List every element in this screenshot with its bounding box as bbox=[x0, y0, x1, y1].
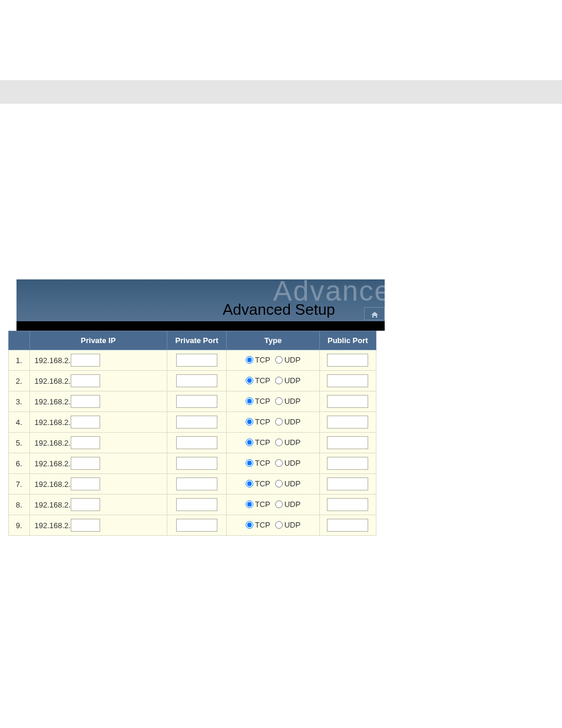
tcp-label: TCP bbox=[255, 355, 270, 364]
tcp-label: TCP bbox=[255, 459, 270, 467]
private-ip-input[interactable] bbox=[71, 354, 100, 367]
udp-radio-wrap[interactable]: UDP bbox=[275, 500, 300, 509]
private-ip-input[interactable] bbox=[71, 436, 100, 449]
udp-radio[interactable] bbox=[275, 418, 283, 426]
private-ip-input[interactable] bbox=[71, 416, 100, 429]
tcp-radio[interactable] bbox=[246, 397, 253, 405]
public-port-input[interactable] bbox=[327, 354, 368, 367]
public-port-input[interactable] bbox=[327, 519, 368, 532]
tcp-radio-wrap[interactable]: TCP bbox=[246, 479, 270, 488]
tcp-radio[interactable] bbox=[246, 418, 253, 426]
tcp-radio[interactable] bbox=[246, 439, 253, 446]
udp-radio[interactable] bbox=[275, 521, 283, 529]
row-number: 3. bbox=[9, 391, 30, 412]
private-port-input[interactable] bbox=[176, 519, 217, 532]
tcp-radio[interactable] bbox=[246, 500, 253, 508]
tcp-label: TCP bbox=[255, 521, 270, 529]
udp-radio-wrap[interactable]: UDP bbox=[275, 417, 300, 426]
private-port-input[interactable] bbox=[176, 416, 217, 429]
private-ip-input[interactable] bbox=[71, 519, 100, 532]
header-rownum bbox=[9, 331, 30, 350]
tcp-radio-wrap[interactable]: TCP bbox=[246, 459, 270, 467]
row-number: 2. bbox=[9, 371, 30, 391]
udp-label: UDP bbox=[285, 479, 300, 488]
private-port-cell bbox=[167, 515, 226, 536]
private-port-input[interactable] bbox=[176, 436, 217, 449]
public-port-input[interactable] bbox=[327, 374, 368, 387]
private-port-input[interactable] bbox=[176, 354, 217, 367]
udp-radio-wrap[interactable]: UDP bbox=[275, 521, 300, 529]
public-port-input[interactable] bbox=[327, 436, 368, 449]
public-port-input[interactable] bbox=[327, 457, 368, 470]
tcp-radio[interactable] bbox=[246, 480, 253, 487]
tcp-radio[interactable] bbox=[246, 377, 253, 384]
tcp-radio-wrap[interactable]: TCP bbox=[246, 417, 270, 426]
udp-radio[interactable] bbox=[275, 439, 283, 446]
udp-radio[interactable] bbox=[275, 500, 283, 508]
public-port-input[interactable] bbox=[327, 498, 368, 511]
public-port-input[interactable] bbox=[327, 477, 368, 490]
private-ip-input[interactable] bbox=[71, 498, 100, 511]
udp-radio[interactable] bbox=[275, 459, 283, 467]
private-port-cell bbox=[167, 412, 226, 433]
public-port-cell bbox=[319, 391, 376, 412]
home-button[interactable] bbox=[364, 307, 385, 320]
udp-radio-wrap[interactable]: UDP bbox=[275, 459, 300, 467]
table-row: 7.192.168.2.TCPUDP bbox=[9, 474, 376, 495]
public-port-input[interactable] bbox=[327, 395, 368, 408]
header-public-port: Public Port bbox=[319, 331, 376, 350]
table-row: 8.192.168.2.TCPUDP bbox=[9, 495, 376, 515]
tcp-radio[interactable] bbox=[246, 459, 253, 467]
private-ip-input[interactable] bbox=[71, 457, 100, 470]
udp-radio-wrap[interactable]: UDP bbox=[275, 438, 300, 447]
row-number: 1. bbox=[9, 350, 30, 371]
tcp-radio-wrap[interactable]: TCP bbox=[246, 397, 270, 406]
udp-label: UDP bbox=[285, 397, 300, 406]
public-port-cell bbox=[319, 371, 376, 391]
public-port-input[interactable] bbox=[327, 416, 368, 429]
port-forwarding-table: Private IP Private Port Type Public Port… bbox=[8, 331, 376, 536]
udp-radio-wrap[interactable]: UDP bbox=[275, 376, 300, 385]
private-ip-cell: 192.168.2. bbox=[29, 371, 167, 391]
private-port-input[interactable] bbox=[176, 395, 217, 408]
private-port-cell bbox=[167, 350, 226, 371]
udp-radio[interactable] bbox=[275, 397, 283, 405]
udp-radio-wrap[interactable]: UDP bbox=[275, 479, 300, 488]
udp-radio[interactable] bbox=[275, 480, 283, 487]
ip-prefix: 192.168.2. bbox=[35, 397, 71, 406]
public-port-cell bbox=[319, 474, 376, 495]
top-bar bbox=[0, 80, 562, 104]
tcp-radio-wrap[interactable]: TCP bbox=[246, 376, 270, 385]
private-ip-cell: 192.168.2. bbox=[29, 453, 167, 474]
private-ip-cell: 192.168.2. bbox=[29, 350, 167, 371]
private-ip-cell: 192.168.2. bbox=[29, 495, 167, 515]
udp-radio-wrap[interactable]: UDP bbox=[275, 355, 300, 364]
page-title: Advanced Setup bbox=[223, 301, 335, 319]
row-number: 9. bbox=[9, 515, 30, 536]
tcp-radio-wrap[interactable]: TCP bbox=[246, 500, 270, 509]
tcp-radio[interactable] bbox=[246, 356, 253, 364]
private-port-input[interactable] bbox=[176, 374, 217, 387]
private-ip-input[interactable] bbox=[71, 477, 100, 490]
tcp-radio-wrap[interactable]: TCP bbox=[246, 355, 270, 364]
ip-prefix: 192.168.2. bbox=[35, 377, 71, 386]
tcp-radio[interactable] bbox=[246, 521, 253, 529]
type-cell: TCPUDP bbox=[227, 515, 319, 536]
udp-radio[interactable] bbox=[275, 356, 283, 364]
private-ip-cell: 192.168.2. bbox=[29, 474, 167, 495]
main-container: Advanced Advanced Setup Private IP Priva… bbox=[8, 279, 376, 536]
tcp-label: TCP bbox=[255, 500, 270, 509]
tcp-radio-wrap[interactable]: TCP bbox=[246, 438, 270, 447]
private-port-input[interactable] bbox=[176, 498, 217, 511]
private-port-input[interactable] bbox=[176, 457, 217, 470]
public-port-cell bbox=[319, 433, 376, 453]
private-ip-input[interactable] bbox=[71, 374, 100, 387]
ip-prefix: 192.168.2. bbox=[35, 439, 71, 447]
private-port-input[interactable] bbox=[176, 477, 217, 490]
ip-prefix: 192.168.2. bbox=[35, 500, 71, 509]
udp-radio[interactable] bbox=[275, 377, 283, 384]
table-row: 3.192.168.2.TCPUDP bbox=[9, 391, 376, 412]
tcp-radio-wrap[interactable]: TCP bbox=[246, 521, 270, 529]
private-ip-input[interactable] bbox=[71, 395, 100, 408]
udp-radio-wrap[interactable]: UDP bbox=[275, 397, 300, 406]
